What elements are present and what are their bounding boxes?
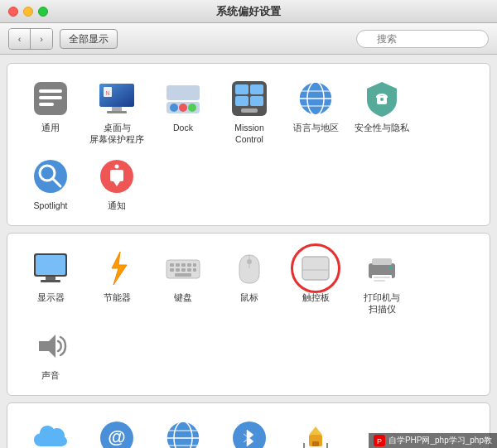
svg-rect-7	[107, 111, 127, 113]
bluetooth-icon	[228, 417, 271, 448]
show-all-button[interactable]: 全部显示	[60, 29, 118, 49]
dock-icon	[162, 77, 205, 120]
mission-icon	[228, 77, 271, 120]
desktop-label: 桌面与屏幕保护程序	[89, 123, 144, 145]
svg-point-12	[170, 104, 178, 112]
close-button[interactable]	[8, 7, 18, 17]
pref-energy[interactable]: 节能器	[84, 242, 150, 320]
pref-sound[interactable]: 声音	[17, 320, 84, 387]
pref-trackpad[interactable]: 触控板	[282, 242, 349, 320]
search-input[interactable]	[356, 30, 489, 48]
svg-rect-6	[112, 107, 122, 111]
mission-label: MissionControl	[234, 123, 264, 145]
svg-rect-20	[250, 96, 263, 106]
svg-rect-18	[250, 84, 263, 94]
desktop-icon: N	[95, 77, 138, 120]
pref-printer[interactable]: 打印机与扫描仪	[349, 242, 415, 320]
svg-rect-19	[235, 96, 248, 106]
sound-icon	[29, 325, 72, 368]
pref-mouse[interactable]: 鼠标	[216, 242, 282, 320]
svg-rect-46	[187, 263, 191, 267]
pref-mission[interactable]: MissionControl	[216, 72, 282, 150]
internet-icon: @	[95, 417, 138, 448]
pref-displays[interactable]: 显示器	[17, 242, 84, 320]
forward-button[interactable]: ›	[31, 29, 52, 49]
notifications-icon	[95, 155, 138, 198]
svg-rect-52	[193, 268, 196, 272]
maximize-button[interactable]	[38, 7, 48, 17]
svg-rect-34	[110, 170, 123, 181]
svg-text:@: @	[108, 426, 125, 447]
sharing-icon	[294, 417, 337, 448]
svg-rect-43	[170, 263, 174, 267]
svg-point-63	[388, 266, 392, 269]
window-controls	[8, 7, 48, 17]
title-bar: 系统偏好设置	[0, 0, 497, 23]
svg-rect-15	[166, 85, 200, 100]
pref-notifications[interactable]: 通知	[84, 150, 150, 217]
svg-rect-1	[39, 89, 62, 93]
svg-point-13	[179, 104, 187, 112]
dock-label: Dock	[173, 123, 193, 134]
search-wrapper: 🔍	[356, 30, 489, 48]
pref-bluetooth[interactable]: 蓝牙	[216, 412, 282, 448]
pref-keyboard[interactable]: 键盘	[150, 242, 216, 320]
svg-marker-75	[309, 426, 322, 435]
svg-rect-59	[372, 258, 392, 265]
notifications-label: 通知	[108, 200, 126, 212]
svg-point-30	[34, 160, 67, 193]
navigation-buttons: ‹ ›	[8, 28, 53, 50]
svg-rect-40	[41, 280, 60, 282]
security-label: 安全性与隐私	[355, 123, 409, 134]
svg-rect-39	[46, 277, 55, 280]
keyboard-icon	[162, 247, 205, 290]
pref-sharing[interactable]: 共享	[282, 412, 349, 448]
spotlight-icon	[29, 155, 72, 198]
pref-security[interactable]: 安全性与隐私	[349, 72, 415, 150]
pref-spotlight[interactable]: Spotlight	[17, 150, 84, 217]
security-icon	[360, 77, 403, 120]
language-label: 语言与地区	[293, 123, 339, 134]
watermark: P 自学PHP网_php学习_php教	[369, 433, 497, 448]
general-icon	[29, 77, 72, 120]
displays-icon	[29, 247, 72, 290]
svg-point-14	[188, 104, 196, 112]
svg-point-36	[115, 165, 119, 169]
svg-rect-2	[39, 96, 62, 99]
svg-rect-21	[241, 108, 258, 113]
svg-rect-38	[36, 255, 65, 275]
svg-point-55	[247, 259, 252, 264]
back-button[interactable]: ‹	[9, 29, 31, 49]
watermark-icon: P	[374, 435, 385, 446]
svg-rect-76	[312, 441, 319, 446]
pref-desktop[interactable]: N 桌面与屏幕保护程序	[84, 72, 150, 150]
section-hardware: 显示器 节能器	[7, 233, 490, 396]
svg-rect-17	[235, 84, 248, 94]
pref-network[interactable]: 网络	[150, 412, 216, 448]
svg-rect-60	[372, 275, 392, 283]
pref-language[interactable]: 语言与地区	[282, 72, 349, 150]
pref-dock[interactable]: Dock	[150, 72, 216, 150]
svg-rect-56	[302, 257, 329, 280]
svg-rect-51	[187, 268, 191, 272]
network-icon	[162, 417, 205, 448]
trackpad-label: 触控板	[302, 292, 330, 304]
pref-general[interactable]: 通用	[17, 72, 84, 150]
language-icon	[294, 77, 337, 120]
keyboard-label: 键盘	[174, 292, 192, 304]
watermark-text: 自学PHP网_php学习_php教	[388, 435, 492, 446]
svg-rect-45	[181, 263, 186, 267]
pref-internet[interactable]: @ 互联网帐户	[84, 412, 150, 448]
svg-point-29	[380, 98, 384, 101]
trackpad-icon	[294, 247, 337, 290]
svg-rect-61	[374, 277, 390, 278]
minimize-button[interactable]	[23, 7, 33, 17]
svg-rect-49	[176, 268, 180, 272]
sound-label: 声音	[41, 370, 60, 382]
printer-icon	[360, 247, 403, 290]
window-title: 系统偏好设置	[216, 4, 281, 19]
svg-text:P: P	[377, 437, 382, 446]
svg-rect-47	[193, 263, 196, 267]
svg-rect-53	[175, 273, 191, 277]
pref-icloud[interactable]: iCloud	[17, 412, 84, 448]
